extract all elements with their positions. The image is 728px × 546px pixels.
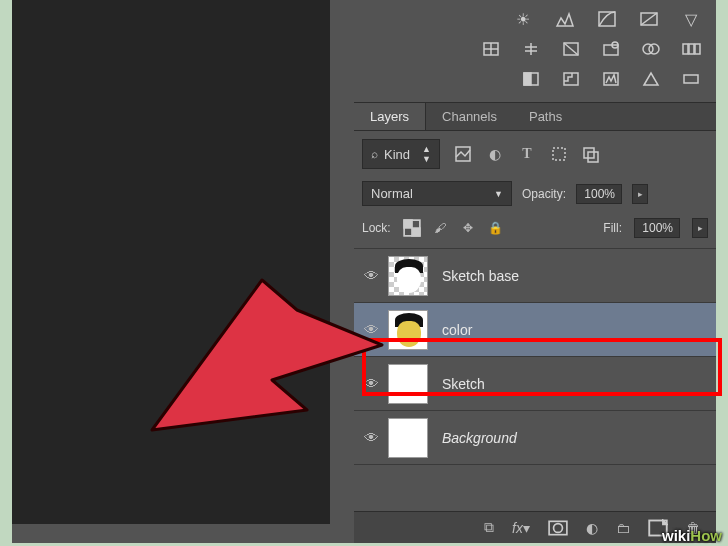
vibrance-icon[interactable]: ▽ [678,8,704,30]
svg-rect-19 [588,152,598,162]
visibility-toggle[interactable]: 👁 [354,429,388,446]
fill-label: Fill: [603,221,622,235]
svg-rect-10 [695,44,700,54]
filter-pixel-icon[interactable] [454,145,472,163]
color-lookup-icon[interactable] [678,38,704,60]
exposure-icon[interactable] [636,8,662,30]
selective-color-icon[interactable] [638,68,664,90]
layer-row-selected[interactable]: 👁 color [354,303,716,357]
levels-icon[interactable] [552,8,578,30]
layer-thumbnail[interactable] [388,364,428,404]
opacity-value[interactable]: 100% [576,184,622,204]
link-layers-icon[interactable]: ⧉ [484,519,494,536]
fill-value[interactable]: 100% [634,218,680,238]
opacity-dropdown[interactable]: ▸ [632,184,648,204]
filter-shape-icon[interactable] [550,145,568,163]
watermark-post: How [690,527,722,544]
gradient-map-icon[interactable] [678,68,704,90]
color-balance-icon[interactable] [518,38,544,60]
photo-filter-icon[interactable] [598,38,624,60]
blend-mode-dropdown[interactable]: Normal ▼ [362,181,512,206]
lock-transparent-icon[interactable] [403,219,421,237]
threshold-icon[interactable] [598,68,624,90]
filter-kind-dropdown[interactable]: ⌕ Kind ▲▼ [362,139,440,169]
svg-rect-9 [689,44,694,54]
lock-bar: Lock: 🖌 ✥ 🔒 Fill: 100% ▸ [354,214,716,248]
layer-row[interactable]: 👁 Sketch [354,357,716,411]
layer-thumbnail[interactable] [388,256,428,296]
layer-name[interactable]: color [442,322,472,338]
svg-rect-18 [584,148,594,158]
layer-thumbnail[interactable] [388,418,428,458]
lock-all-icon[interactable]: 🔒 [487,219,505,237]
layer-name[interactable]: Sketch base [442,268,519,284]
hue-sat-icon[interactable] [478,38,504,60]
adjustments-row-2 [354,34,716,64]
svg-rect-15 [684,75,698,83]
svg-rect-13 [564,73,578,85]
adjustments-row-1: ☀ ▽ [354,0,716,34]
panel-tabs: Layers Channels Paths [354,102,716,131]
search-icon: ⌕ [371,147,378,161]
app-frame: ☀ ▽ Layers Channels Paths [12,0,716,543]
layer-fx-icon[interactable]: fx▾ [512,520,530,536]
lock-label: Lock: [362,221,391,235]
chevron-down-icon: ▼ [494,189,503,199]
lock-position-icon[interactable]: ✥ [459,219,477,237]
layer-thumbnail[interactable] [388,310,428,350]
invert-icon[interactable] [518,68,544,90]
fill-dropdown[interactable]: ▸ [692,218,708,238]
opacity-label: Opacity: [522,187,566,201]
tab-channels[interactable]: Channels [426,103,513,130]
tab-paths[interactable]: Paths [513,103,578,130]
layer-row[interactable]: 👁 Sketch base [354,249,716,303]
layer-list: 👁 Sketch base 👁 color 👁 Sketch 👁 [354,248,716,465]
lock-pixels-icon[interactable]: 🖌 [431,219,449,237]
adjustments-row-3 [354,64,716,94]
blend-bar: Normal ▼ Opacity: 100% ▸ [354,177,716,214]
layer-filter-bar: ⌕ Kind ▲▼ ◐ T [354,131,716,177]
svg-rect-4 [604,45,618,55]
svg-rect-0 [599,12,615,26]
filter-smart-icon[interactable] [582,145,600,163]
svg-rect-8 [683,44,688,54]
svg-point-7 [649,44,659,54]
layer-mask-icon[interactable] [548,519,568,537]
brightness-icon[interactable]: ☀ [510,8,536,30]
filter-adjust-icon[interactable]: ◐ [486,145,504,163]
channel-mixer-icon[interactable] [638,38,664,60]
visibility-toggle[interactable]: 👁 [354,321,388,338]
layer-name[interactable]: Sketch [442,376,485,392]
visibility-toggle[interactable]: 👁 [354,267,388,284]
document-canvas[interactable] [12,0,330,524]
curves-icon[interactable] [594,8,620,30]
bw-icon[interactable] [558,38,584,60]
filter-type-icon[interactable]: T [518,145,536,163]
layer-group-icon[interactable]: 🗀 [616,520,630,536]
filter-kind-label: Kind [384,147,410,162]
watermark: wikiHow [662,527,722,544]
layer-row[interactable]: 👁 Background [354,411,716,465]
blend-mode-value: Normal [371,186,413,201]
svg-rect-17 [553,148,565,160]
chevron-updown-icon: ▲▼ [422,144,431,164]
svg-rect-14 [604,73,618,85]
lock-icons: 🖌 ✥ 🔒 [403,219,505,237]
svg-point-22 [554,523,563,532]
right-panel: ☀ ▽ Layers Channels Paths [354,0,716,543]
visibility-toggle[interactable]: 👁 [354,375,388,392]
posterize-icon[interactable] [558,68,584,90]
adjustment-layer-icon[interactable]: ◐ [586,520,598,536]
layer-name[interactable]: Background [442,430,517,446]
tab-layers[interactable]: Layers [354,103,426,130]
watermark-pre: wiki [662,527,690,544]
svg-rect-12 [524,73,531,85]
